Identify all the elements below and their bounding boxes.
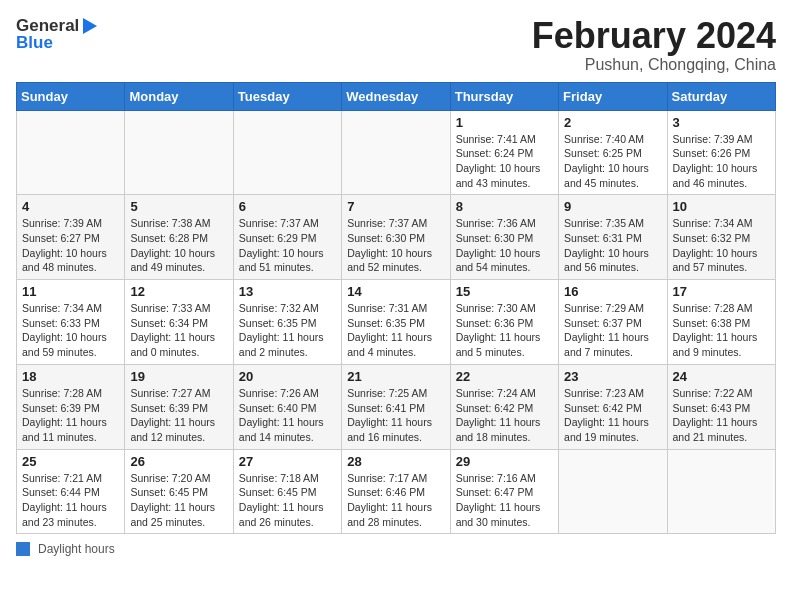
day-number: 4 bbox=[22, 199, 119, 214]
day-number: 6 bbox=[239, 199, 336, 214]
day-number: 2 bbox=[564, 115, 661, 130]
calendar-cell bbox=[559, 449, 667, 534]
calendar-cell: 10Sunrise: 7:34 AMSunset: 6:32 PMDayligh… bbox=[667, 195, 775, 280]
calendar-cell: 5Sunrise: 7:38 AMSunset: 6:28 PMDaylight… bbox=[125, 195, 233, 280]
day-number: 22 bbox=[456, 369, 553, 384]
calendar-cell: 17Sunrise: 7:28 AMSunset: 6:38 PMDayligh… bbox=[667, 280, 775, 365]
calendar-cell: 15Sunrise: 7:30 AMSunset: 6:36 PMDayligh… bbox=[450, 280, 558, 365]
day-info: Sunrise: 7:25 AMSunset: 6:41 PMDaylight:… bbox=[347, 386, 444, 445]
day-info: Sunrise: 7:33 AMSunset: 6:34 PMDaylight:… bbox=[130, 301, 227, 360]
day-number: 13 bbox=[239, 284, 336, 299]
day-number: 19 bbox=[130, 369, 227, 384]
location-subtitle: Pushun, Chongqing, China bbox=[532, 56, 776, 74]
col-header-wednesday: Wednesday bbox=[342, 82, 450, 110]
day-info: Sunrise: 7:17 AMSunset: 6:46 PMDaylight:… bbox=[347, 471, 444, 530]
day-number: 27 bbox=[239, 454, 336, 469]
col-header-tuesday: Tuesday bbox=[233, 82, 341, 110]
day-info: Sunrise: 7:27 AMSunset: 6:39 PMDaylight:… bbox=[130, 386, 227, 445]
day-number: 1 bbox=[456, 115, 553, 130]
calendar-cell: 22Sunrise: 7:24 AMSunset: 6:42 PMDayligh… bbox=[450, 364, 558, 449]
calendar-cell: 25Sunrise: 7:21 AMSunset: 6:44 PMDayligh… bbox=[17, 449, 125, 534]
calendar-cell: 12Sunrise: 7:33 AMSunset: 6:34 PMDayligh… bbox=[125, 280, 233, 365]
day-number: 9 bbox=[564, 199, 661, 214]
calendar-cell: 3Sunrise: 7:39 AMSunset: 6:26 PMDaylight… bbox=[667, 110, 775, 195]
calendar-cell: 6Sunrise: 7:37 AMSunset: 6:29 PMDaylight… bbox=[233, 195, 341, 280]
day-number: 23 bbox=[564, 369, 661, 384]
calendar-week-row: 11Sunrise: 7:34 AMSunset: 6:33 PMDayligh… bbox=[17, 280, 776, 365]
legend-color-box bbox=[16, 542, 30, 556]
day-number: 21 bbox=[347, 369, 444, 384]
logo-arrow-icon bbox=[79, 16, 99, 36]
calendar-cell: 26Sunrise: 7:20 AMSunset: 6:45 PMDayligh… bbox=[125, 449, 233, 534]
calendar-cell: 13Sunrise: 7:32 AMSunset: 6:35 PMDayligh… bbox=[233, 280, 341, 365]
calendar-week-row: 1Sunrise: 7:41 AMSunset: 6:24 PMDaylight… bbox=[17, 110, 776, 195]
day-info: Sunrise: 7:36 AMSunset: 6:30 PMDaylight:… bbox=[456, 216, 553, 275]
day-number: 18 bbox=[22, 369, 119, 384]
day-info: Sunrise: 7:34 AMSunset: 6:32 PMDaylight:… bbox=[673, 216, 770, 275]
calendar-cell: 16Sunrise: 7:29 AMSunset: 6:37 PMDayligh… bbox=[559, 280, 667, 365]
day-info: Sunrise: 7:39 AMSunset: 6:26 PMDaylight:… bbox=[673, 132, 770, 191]
col-header-thursday: Thursday bbox=[450, 82, 558, 110]
col-header-saturday: Saturday bbox=[667, 82, 775, 110]
day-info: Sunrise: 7:41 AMSunset: 6:24 PMDaylight:… bbox=[456, 132, 553, 191]
day-number: 16 bbox=[564, 284, 661, 299]
day-number: 25 bbox=[22, 454, 119, 469]
calendar-cell: 8Sunrise: 7:36 AMSunset: 6:30 PMDaylight… bbox=[450, 195, 558, 280]
calendar-cell: 23Sunrise: 7:23 AMSunset: 6:42 PMDayligh… bbox=[559, 364, 667, 449]
day-info: Sunrise: 7:30 AMSunset: 6:36 PMDaylight:… bbox=[456, 301, 553, 360]
day-info: Sunrise: 7:37 AMSunset: 6:29 PMDaylight:… bbox=[239, 216, 336, 275]
day-info: Sunrise: 7:34 AMSunset: 6:33 PMDaylight:… bbox=[22, 301, 119, 360]
day-info: Sunrise: 7:24 AMSunset: 6:42 PMDaylight:… bbox=[456, 386, 553, 445]
day-info: Sunrise: 7:31 AMSunset: 6:35 PMDaylight:… bbox=[347, 301, 444, 360]
calendar-cell: 21Sunrise: 7:25 AMSunset: 6:41 PMDayligh… bbox=[342, 364, 450, 449]
day-number: 20 bbox=[239, 369, 336, 384]
calendar-cell: 20Sunrise: 7:26 AMSunset: 6:40 PMDayligh… bbox=[233, 364, 341, 449]
calendar-week-row: 25Sunrise: 7:21 AMSunset: 6:44 PMDayligh… bbox=[17, 449, 776, 534]
day-number: 7 bbox=[347, 199, 444, 214]
calendar-cell: 4Sunrise: 7:39 AMSunset: 6:27 PMDaylight… bbox=[17, 195, 125, 280]
calendar-cell: 29Sunrise: 7:16 AMSunset: 6:47 PMDayligh… bbox=[450, 449, 558, 534]
day-number: 29 bbox=[456, 454, 553, 469]
calendar-cell: 1Sunrise: 7:41 AMSunset: 6:24 PMDaylight… bbox=[450, 110, 558, 195]
calendar-cell bbox=[342, 110, 450, 195]
day-number: 17 bbox=[673, 284, 770, 299]
day-info: Sunrise: 7:38 AMSunset: 6:28 PMDaylight:… bbox=[130, 216, 227, 275]
day-number: 12 bbox=[130, 284, 227, 299]
calendar-cell: 2Sunrise: 7:40 AMSunset: 6:25 PMDaylight… bbox=[559, 110, 667, 195]
day-info: Sunrise: 7:26 AMSunset: 6:40 PMDaylight:… bbox=[239, 386, 336, 445]
day-info: Sunrise: 7:16 AMSunset: 6:47 PMDaylight:… bbox=[456, 471, 553, 530]
calendar-header-row: SundayMondayTuesdayWednesdayThursdayFrid… bbox=[17, 82, 776, 110]
calendar-cell: 19Sunrise: 7:27 AMSunset: 6:39 PMDayligh… bbox=[125, 364, 233, 449]
day-info: Sunrise: 7:39 AMSunset: 6:27 PMDaylight:… bbox=[22, 216, 119, 275]
calendar-week-row: 4Sunrise: 7:39 AMSunset: 6:27 PMDaylight… bbox=[17, 195, 776, 280]
day-number: 11 bbox=[22, 284, 119, 299]
day-info: Sunrise: 7:20 AMSunset: 6:45 PMDaylight:… bbox=[130, 471, 227, 530]
svg-marker-0 bbox=[83, 18, 97, 34]
calendar-cell bbox=[125, 110, 233, 195]
day-info: Sunrise: 7:40 AMSunset: 6:25 PMDaylight:… bbox=[564, 132, 661, 191]
day-info: Sunrise: 7:28 AMSunset: 6:38 PMDaylight:… bbox=[673, 301, 770, 360]
day-number: 10 bbox=[673, 199, 770, 214]
logo-blue-text: Blue bbox=[16, 34, 99, 53]
legend-label: Daylight hours bbox=[38, 542, 115, 556]
calendar-table: SundayMondayTuesdayWednesdayThursdayFrid… bbox=[16, 82, 776, 535]
calendar-cell: 27Sunrise: 7:18 AMSunset: 6:45 PMDayligh… bbox=[233, 449, 341, 534]
calendar-cell: 9Sunrise: 7:35 AMSunset: 6:31 PMDaylight… bbox=[559, 195, 667, 280]
calendar-cell: 7Sunrise: 7:37 AMSunset: 6:30 PMDaylight… bbox=[342, 195, 450, 280]
col-header-monday: Monday bbox=[125, 82, 233, 110]
calendar-cell: 11Sunrise: 7:34 AMSunset: 6:33 PMDayligh… bbox=[17, 280, 125, 365]
day-info: Sunrise: 7:28 AMSunset: 6:39 PMDaylight:… bbox=[22, 386, 119, 445]
calendar-cell: 28Sunrise: 7:17 AMSunset: 6:46 PMDayligh… bbox=[342, 449, 450, 534]
logo-container: General Blue bbox=[16, 16, 99, 53]
day-info: Sunrise: 7:32 AMSunset: 6:35 PMDaylight:… bbox=[239, 301, 336, 360]
title-block: February 2024 Pushun, Chongqing, China bbox=[532, 16, 776, 74]
day-info: Sunrise: 7:29 AMSunset: 6:37 PMDaylight:… bbox=[564, 301, 661, 360]
calendar-cell bbox=[233, 110, 341, 195]
calendar-cell: 14Sunrise: 7:31 AMSunset: 6:35 PMDayligh… bbox=[342, 280, 450, 365]
logo: General Blue bbox=[16, 16, 99, 53]
day-number: 5 bbox=[130, 199, 227, 214]
day-number: 28 bbox=[347, 454, 444, 469]
col-header-sunday: Sunday bbox=[17, 82, 125, 110]
day-info: Sunrise: 7:35 AMSunset: 6:31 PMDaylight:… bbox=[564, 216, 661, 275]
calendar-cell bbox=[667, 449, 775, 534]
